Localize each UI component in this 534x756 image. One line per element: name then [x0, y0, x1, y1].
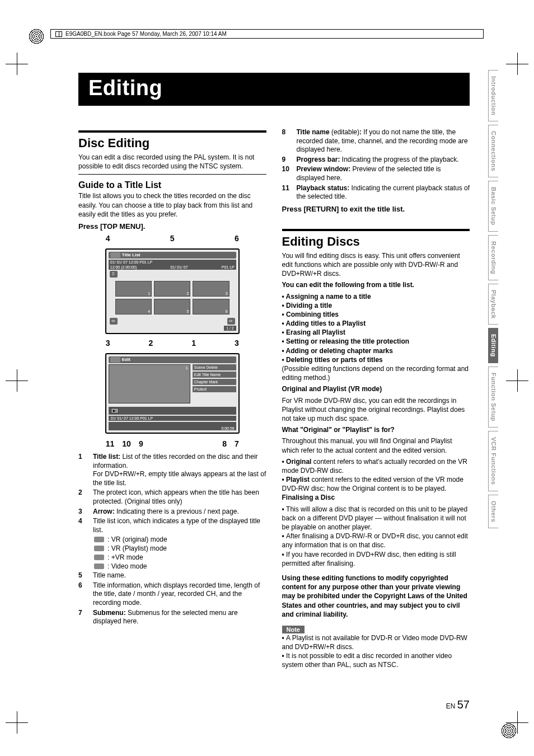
fig-date: 01/ 01/ 07: [170, 265, 188, 269]
list-item: Deleting titles or parts of titles: [282, 355, 470, 364]
section-tabs: IntroductionConnectionsBasic SetupRecord…: [488, 70, 498, 528]
callout-8: 8: [222, 439, 227, 448]
callout-9: 9: [139, 439, 143, 448]
definition-item: 10Preview window: Preview of the selecte…: [282, 165, 470, 182]
page-footer: EN 57: [446, 698, 470, 711]
edit-figure: Edit 1 Scene DeleteEdit Title NameChapte…: [105, 353, 240, 434]
mode-icon: [110, 357, 120, 363]
list-item: Setting or releasing the title protectio…: [282, 337, 470, 346]
left-column: Disc Editing You can edit a disc recorde…: [78, 128, 266, 670]
crop-mark-icon: [6, 369, 28, 392]
tab-recording[interactable]: Recording: [488, 235, 498, 280]
tab-connections[interactable]: Connections: [488, 125, 498, 177]
rule: [78, 130, 266, 133]
mode-item: : Video mode: [94, 562, 266, 570]
fig-title: Edit: [122, 357, 130, 362]
callout-6: 6: [235, 234, 239, 243]
mode-icon: [110, 252, 120, 258]
crop-mark-icon: [506, 53, 528, 75]
disc-editing-intro: You can edit a disc recorded using the P…: [78, 153, 266, 171]
definition-list-2: 5Title name.6Title information, which di…: [78, 571, 266, 626]
progress-bar: [109, 422, 236, 426]
disc-editing-heading: Disc Editing: [78, 136, 266, 151]
possible-note: (Possible editing functions depend on th…: [282, 364, 470, 382]
definition-item: 2The protect icon, which appears when th…: [78, 489, 266, 506]
up-arrow-icon: ⇧: [110, 271, 118, 278]
tab-others[interactable]: Others: [488, 495, 498, 528]
submenu-item: Chapter Mark: [193, 379, 236, 385]
definition-item: 4Title list icon, which indicates a type…: [78, 517, 266, 534]
definition-item: 6Title information, which displays recor…: [78, 581, 266, 608]
title-list-figure: Title List 01/ 01/ 07 12:00 P01 LP 12:00…: [105, 248, 240, 334]
crop-mark-icon: [506, 711, 528, 734]
note-label: Note: [282, 626, 305, 633]
thumb: 6: [193, 299, 229, 314]
list-item: Erasing all Playlist: [282, 328, 470, 337]
what-is-heading: What "Original" or "Playlist" is for?: [282, 425, 470, 434]
editing-discs-heading: Editing Discs: [282, 234, 470, 249]
play-icon: ▶: [111, 408, 119, 414]
list-item: Dividing a title: [282, 301, 470, 310]
editing-discs-intro: You will find editing discs is easy. Thi…: [282, 251, 470, 279]
footer-lang: EN: [446, 702, 456, 710]
list-item: Original content refers to what's actual…: [282, 457, 470, 475]
list-item: This will allow a disc that is recorded …: [282, 505, 470, 532]
thumb: 1: [115, 281, 152, 297]
callout-1: 1: [191, 339, 196, 348]
thumb: 4: [115, 299, 152, 314]
finalising-heading: Finalising a Disc: [282, 493, 470, 502]
page-counter: 1 / 2: [224, 326, 236, 331]
header-text: E9GA0BD_EN.book Page 57 Monday, March 26…: [65, 31, 227, 37]
list-item: Assigning a name to a title: [282, 292, 470, 301]
what-is-text: Throughout this manual, you will find Or…: [282, 436, 470, 454]
tab-basic-setup[interactable]: Basic Setup: [488, 181, 498, 231]
title-info: 01/ 01/ 07 12:00 P01 LP: [109, 416, 236, 421]
rule: [78, 174, 266, 175]
submenu-item: Edit Title Name: [193, 372, 236, 378]
guide-heading: Guide to a Title List: [78, 180, 266, 190]
callout-11: 11: [106, 439, 115, 448]
callout-4: 4: [106, 234, 110, 243]
mode-icon: [94, 546, 104, 551]
callout-7: 7: [235, 439, 239, 448]
mode-list: : VR (original) mode: VR (Playlist) mode…: [78, 536, 266, 570]
top-menu-instruction: Press [TOP MENU].: [78, 222, 266, 231]
fig-title: Title List: [122, 252, 140, 257]
definition-item: 1Title list: List of the titles recorded…: [78, 453, 266, 487]
tab-vcr-functions[interactable]: VCR Functions: [488, 431, 498, 491]
list-item: Combining titles: [282, 310, 470, 319]
fig-info-row: 01/ 01/ 07 12:00 P01 LP: [110, 260, 153, 264]
mode-icon: [94, 555, 104, 560]
tab-introduction[interactable]: Introduction: [488, 70, 498, 121]
definition-list-1: 1Title list: List of the titles recorded…: [78, 453, 266, 534]
original-playlist-heading: Original and Playlist (VR mode): [282, 384, 470, 393]
callout-3b: 3: [235, 339, 239, 348]
original-playlist-list: Original content refers to what's actual…: [282, 457, 470, 494]
list-item: After finalising a DVD-RW/-R or DVD+R di…: [282, 532, 470, 550]
mode-icon: [94, 564, 104, 569]
definition-item: 8Title name (editable): If you do not na…: [282, 128, 470, 154]
list-item: Playlist content refers to the edited ve…: [282, 475, 470, 493]
definition-list-3: 8Title name (editable): If you do not na…: [282, 128, 470, 201]
fig-chmode: P01 LP: [222, 265, 235, 269]
callout-5: 5: [170, 234, 175, 243]
page-title-block: Editing: [78, 73, 470, 106]
print-ring-icon: [28, 28, 45, 45]
list-item: A Playlist is not available for DVD-R or…: [282, 633, 470, 651]
right-column: 8Title name (editable): If you do not na…: [282, 128, 470, 670]
figure1-top-callouts: 4 5 6: [102, 234, 242, 244]
thumb: 3: [193, 281, 229, 297]
crop-mark-icon: [6, 711, 28, 734]
right-arrow-icon: ⇨: [227, 318, 235, 325]
tab-editing[interactable]: Editing: [488, 328, 498, 363]
can-edit-line: You can edit the following from a title …: [282, 280, 470, 289]
tab-function-setup[interactable]: Function Setup: [488, 367, 498, 428]
copyright-warning: Using these editing functions to modify …: [282, 574, 470, 619]
page-number: 57: [457, 698, 470, 711]
original-playlist-text: For VR mode DVD-RW disc, you can edit th…: [282, 396, 470, 424]
definition-item: 3Arrow: Indicating there is a previous /…: [78, 508, 266, 516]
definition-item: 7Submenu: Submenus for the selected menu…: [78, 609, 266, 626]
return-instruction: Press [RETURN] to exit the title list.: [282, 205, 470, 213]
list-item: Adding titles to a Playlist: [282, 319, 470, 328]
tab-playback[interactable]: Playback: [488, 284, 498, 325]
